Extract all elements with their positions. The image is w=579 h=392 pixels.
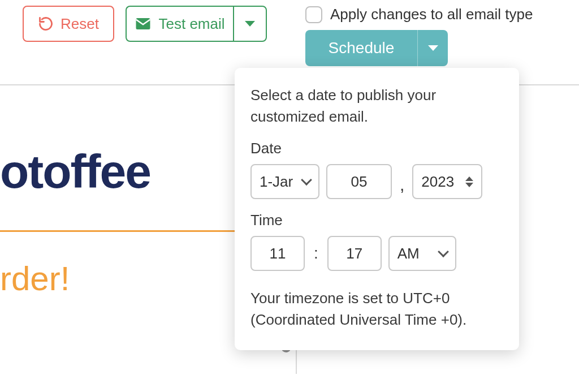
test-email-dropdown-button[interactable] — [233, 6, 267, 42]
stepper-down-icon — [465, 183, 473, 187]
time-colon: : — [314, 244, 318, 262]
reset-button[interactable]: Reset — [23, 6, 114, 42]
schedule-button[interactable]: Schedule — [305, 30, 417, 66]
timezone-note: Your timezone is set to UTC+0 (Coordinat… — [250, 288, 503, 330]
popover-intro: Select a date to publish your customized… — [250, 85, 503, 127]
year-stepper[interactable] — [465, 176, 473, 187]
toolbar: Reset Test email Apply changes to all em… — [0, 0, 579, 66]
time-row: 11 : 17 AM — [250, 236, 503, 271]
caret-down-icon — [428, 45, 438, 51]
caret-down-icon — [245, 21, 255, 27]
schedule-dropdown-button[interactable] — [417, 30, 448, 66]
date-month-value: 1-Jar — [260, 173, 293, 191]
time-minute-input[interactable]: 17 — [327, 236, 382, 271]
envelope-icon — [135, 15, 152, 32]
test-email-label: Test email — [158, 15, 224, 33]
date-day-input[interactable]: 05 — [326, 164, 392, 199]
test-email-group: Test email — [126, 6, 267, 42]
test-email-button[interactable]: Test email — [126, 6, 233, 42]
date-year-value: 2023 — [421, 173, 454, 191]
apply-all-row[interactable]: Apply changes to all email type — [305, 6, 533, 23]
reset-icon — [38, 16, 54, 32]
date-day-value: 05 — [351, 173, 368, 191]
date-row: 1-Jar 05 , 2023 — [250, 164, 503, 199]
reset-label: Reset — [61, 15, 99, 33]
time-ampm-value: AM — [397, 245, 420, 262]
time-hour-input[interactable]: 11 — [250, 236, 305, 271]
schedule-group: Schedule — [305, 30, 533, 66]
apply-all-label: Apply changes to all email type — [330, 6, 533, 23]
time-minute-value: 17 — [346, 245, 362, 262]
time-hour-value: 11 — [270, 245, 286, 262]
date-year-input[interactable]: 2023 — [412, 164, 482, 199]
date-month-select[interactable]: 1-Jar — [250, 164, 319, 199]
date-label: Date — [250, 140, 503, 157]
apply-all-checkbox[interactable] — [305, 6, 322, 23]
stepper-up-icon — [465, 176, 473, 181]
schedule-label: Schedule — [329, 39, 395, 57]
chevron-down-icon — [438, 246, 449, 257]
schedule-block: Apply changes to all email type Schedule — [305, 6, 533, 66]
date-comma: , — [400, 175, 404, 199]
time-ampm-select[interactable]: AM — [388, 236, 456, 271]
time-label: Time — [250, 212, 503, 229]
schedule-popover: Select a date to publish your customized… — [235, 68, 519, 350]
chevron-down-icon — [301, 174, 312, 186]
